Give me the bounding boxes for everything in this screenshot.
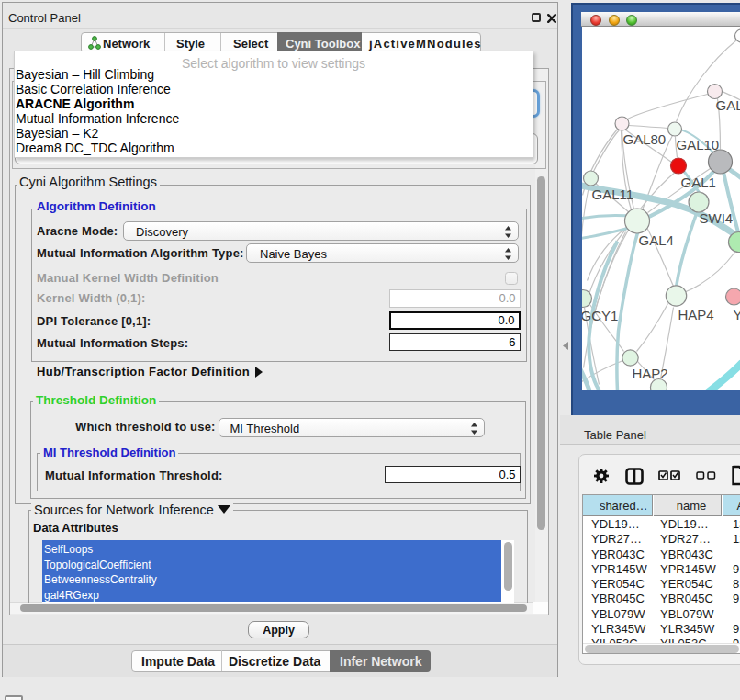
svg-text:HAP2: HAP2	[632, 365, 667, 380]
svg-text:GAL11: GAL11	[591, 186, 633, 201]
svg-text:GAL4: GAL4	[638, 231, 673, 247]
svg-text:GAL80: GAL80	[622, 130, 666, 146]
svg-text:GCY1: GCY1	[582, 307, 618, 322]
svg-text:SWI4: SWI4	[699, 209, 733, 225]
svg-text:GAL10: GAL10	[676, 136, 719, 152]
svg-text:GAL1: GAL1	[680, 174, 715, 189]
svg-text:GAL7: GAL7	[715, 96, 740, 112]
svg-text:HAP4: HAP4	[678, 306, 713, 322]
svg-text:YM: YM	[733, 306, 740, 322]
